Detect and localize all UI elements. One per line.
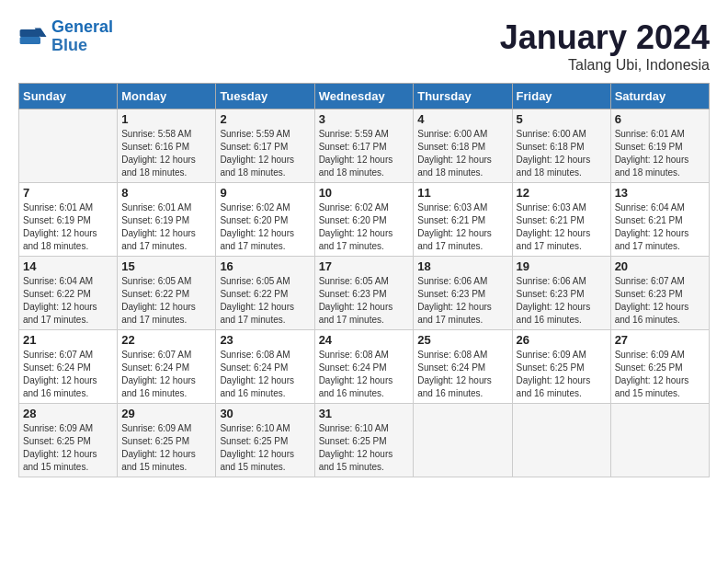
day-number: 1 — [121, 112, 211, 126]
day-number: 22 — [121, 333, 211, 347]
day-info: Sunrise: 5:59 AM Sunset: 6:17 PM Dayligh… — [220, 128, 310, 179]
day-info: Sunrise: 6:09 AM Sunset: 6:25 PM Dayligh… — [615, 349, 705, 400]
weekday-header-wednesday: Wednesday — [314, 84, 414, 109]
logo-line1: General — [51, 17, 113, 36]
day-info: Sunrise: 6:08 AM Sunset: 6:24 PM Dayligh… — [319, 349, 410, 400]
day-number: 30 — [220, 407, 310, 420]
weekday-header-saturday: Saturday — [610, 84, 709, 109]
day-info: Sunrise: 6:01 AM Sunset: 6:19 PM Dayligh… — [615, 128, 705, 179]
day-info: Sunrise: 6:10 AM Sunset: 6:25 PM Dayligh… — [319, 422, 410, 474]
calendar-cell: 26Sunrise: 6:09 AM Sunset: 6:25 PM Dayli… — [512, 330, 610, 404]
day-number: 6 — [615, 112, 705, 126]
day-info: Sunrise: 6:02 AM Sunset: 6:20 PM Dayligh… — [220, 201, 310, 253]
calendar-cell: 13Sunrise: 6:04 AM Sunset: 6:21 PM Dayli… — [610, 183, 709, 257]
month-title: January 2024 — [500, 18, 710, 57]
logo: General Blue — [18, 18, 113, 55]
day-number: 31 — [319, 407, 410, 420]
day-number: 5 — [517, 112, 607, 126]
calendar-cell: 9Sunrise: 6:02 AM Sunset: 6:20 PM Daylig… — [216, 183, 314, 257]
day-info: Sunrise: 6:05 AM Sunset: 6:22 PM Dayligh… — [220, 275, 310, 327]
weekday-header-monday: Monday — [118, 84, 216, 109]
day-info: Sunrise: 6:10 AM Sunset: 6:25 PM Dayligh… — [220, 422, 310, 474]
calendar-cell: 30Sunrise: 6:10 AM Sunset: 6:25 PM Dayli… — [216, 404, 314, 477]
weekday-header-tuesday: Tuesday — [216, 84, 314, 109]
day-number: 20 — [615, 259, 705, 273]
page-header: General Blue January 2024 Talang Ubi, In… — [18, 18, 710, 74]
calendar-cell: 31Sunrise: 6:10 AM Sunset: 6:25 PM Dayli… — [314, 404, 414, 477]
day-info: Sunrise: 6:00 AM Sunset: 6:18 PM Dayligh… — [517, 128, 607, 179]
calendar-cell: 17Sunrise: 6:05 AM Sunset: 6:23 PM Dayli… — [314, 257, 414, 330]
weekday-header-sunday: Sunday — [19, 84, 118, 109]
day-number: 12 — [517, 186, 607, 200]
svg-rect-2 — [20, 29, 40, 37]
day-info: Sunrise: 6:06 AM Sunset: 6:23 PM Dayligh… — [417, 275, 507, 327]
calendar-cell: 25Sunrise: 6:08 AM Sunset: 6:24 PM Dayli… — [414, 330, 512, 404]
weekday-header-row: SundayMondayTuesdayWednesdayThursdayFrid… — [19, 84, 710, 109]
day-info: Sunrise: 6:00 AM Sunset: 6:18 PM Dayligh… — [417, 128, 507, 179]
day-info: Sunrise: 6:02 AM Sunset: 6:20 PM Dayligh… — [319, 201, 410, 253]
calendar-cell: 3Sunrise: 5:59 AM Sunset: 6:17 PM Daylig… — [314, 109, 414, 183]
day-number: 17 — [319, 259, 410, 273]
calendar-cell: 1Sunrise: 5:58 AM Sunset: 6:16 PM Daylig… — [118, 109, 216, 183]
day-info: Sunrise: 5:59 AM Sunset: 6:17 PM Dayligh… — [319, 128, 410, 179]
day-number: 10 — [319, 186, 410, 200]
day-number: 25 — [417, 333, 507, 347]
calendar-week-row: 21Sunrise: 6:07 AM Sunset: 6:24 PM Dayli… — [19, 330, 710, 404]
day-number: 3 — [319, 112, 410, 126]
day-number: 24 — [319, 333, 410, 347]
calendar-cell: 5Sunrise: 6:00 AM Sunset: 6:18 PM Daylig… — [512, 109, 610, 183]
day-info: Sunrise: 6:01 AM Sunset: 6:19 PM Dayligh… — [23, 201, 113, 253]
calendar-table: SundayMondayTuesdayWednesdayThursdayFrid… — [18, 83, 710, 477]
day-info: Sunrise: 6:04 AM Sunset: 6:21 PM Dayligh… — [615, 201, 705, 253]
calendar-cell: 28Sunrise: 6:09 AM Sunset: 6:25 PM Dayli… — [19, 404, 118, 477]
calendar-cell: 21Sunrise: 6:07 AM Sunset: 6:24 PM Dayli… — [19, 330, 118, 404]
day-number: 9 — [220, 186, 310, 200]
calendar-cell: 12Sunrise: 6:03 AM Sunset: 6:21 PM Dayli… — [512, 183, 610, 257]
calendar-cell — [512, 404, 610, 477]
logo-icon — [18, 22, 48, 52]
location-subtitle: Talang Ubi, Indonesia — [500, 57, 710, 74]
day-number: 19 — [517, 259, 607, 273]
day-number: 27 — [615, 333, 705, 347]
day-number: 13 — [615, 186, 705, 200]
calendar-cell: 6Sunrise: 6:01 AM Sunset: 6:19 PM Daylig… — [610, 109, 709, 183]
day-info: Sunrise: 6:07 AM Sunset: 6:23 PM Dayligh… — [615, 275, 705, 327]
logo-text: General Blue — [51, 18, 113, 55]
day-number: 8 — [121, 186, 211, 200]
calendar-cell: 4Sunrise: 6:00 AM Sunset: 6:18 PM Daylig… — [414, 109, 512, 183]
day-info: Sunrise: 6:03 AM Sunset: 6:21 PM Dayligh… — [417, 201, 507, 253]
calendar-cell: 11Sunrise: 6:03 AM Sunset: 6:21 PM Dayli… — [414, 183, 512, 257]
day-number: 28 — [23, 407, 113, 420]
day-number: 29 — [121, 407, 211, 420]
day-info: Sunrise: 6:06 AM Sunset: 6:23 PM Dayligh… — [517, 275, 607, 327]
calendar-week-row: 14Sunrise: 6:04 AM Sunset: 6:22 PM Dayli… — [19, 257, 710, 330]
day-info: Sunrise: 6:09 AM Sunset: 6:25 PM Dayligh… — [517, 349, 607, 400]
day-info: Sunrise: 6:07 AM Sunset: 6:24 PM Dayligh… — [23, 349, 113, 400]
day-info: Sunrise: 6:01 AM Sunset: 6:19 PM Dayligh… — [121, 201, 211, 253]
day-info: Sunrise: 6:07 AM Sunset: 6:24 PM Dayligh… — [121, 349, 211, 400]
day-number: 11 — [417, 186, 507, 200]
title-block: January 2024 Talang Ubi, Indonesia — [500, 18, 710, 74]
day-info: Sunrise: 6:04 AM Sunset: 6:22 PM Dayligh… — [23, 275, 113, 327]
day-info: Sunrise: 6:05 AM Sunset: 6:22 PM Dayligh… — [121, 275, 211, 327]
day-number: 26 — [517, 333, 607, 347]
calendar-cell: 18Sunrise: 6:06 AM Sunset: 6:23 PM Dayli… — [414, 257, 512, 330]
svg-rect-3 — [20, 37, 40, 44]
day-info: Sunrise: 5:58 AM Sunset: 6:16 PM Dayligh… — [121, 128, 211, 179]
calendar-cell: 10Sunrise: 6:02 AM Sunset: 6:20 PM Dayli… — [314, 183, 414, 257]
logo-line2: Blue — [51, 36, 87, 54]
day-number: 4 — [417, 112, 507, 126]
calendar-week-row: 28Sunrise: 6:09 AM Sunset: 6:25 PM Dayli… — [19, 404, 710, 477]
calendar-cell: 19Sunrise: 6:06 AM Sunset: 6:23 PM Dayli… — [512, 257, 610, 330]
calendar-cell: 29Sunrise: 6:09 AM Sunset: 6:25 PM Dayli… — [118, 404, 216, 477]
day-number: 21 — [23, 333, 113, 347]
day-info: Sunrise: 6:08 AM Sunset: 6:24 PM Dayligh… — [417, 349, 507, 400]
calendar-week-row: 7Sunrise: 6:01 AM Sunset: 6:19 PM Daylig… — [19, 183, 710, 257]
weekday-header-friday: Friday — [512, 84, 610, 109]
calendar-cell — [414, 404, 512, 477]
day-number: 14 — [23, 259, 113, 273]
calendar-cell: 16Sunrise: 6:05 AM Sunset: 6:22 PM Dayli… — [216, 257, 314, 330]
day-number: 18 — [417, 259, 507, 273]
day-info: Sunrise: 6:03 AM Sunset: 6:21 PM Dayligh… — [517, 201, 607, 253]
calendar-cell: 23Sunrise: 6:08 AM Sunset: 6:24 PM Dayli… — [216, 330, 314, 404]
